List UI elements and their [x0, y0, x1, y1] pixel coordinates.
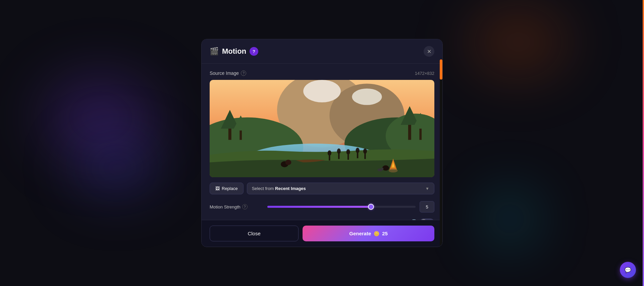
replace-icon: 🖼	[215, 186, 220, 191]
source-image-container	[210, 80, 434, 177]
svg-point-17	[328, 150, 331, 156]
motion-strength-slider-thumb[interactable]	[368, 204, 374, 210]
modal-body[interactable]: Source Image ? 1472×832	[202, 64, 442, 220]
source-image-label: Source Image ?	[210, 70, 246, 76]
dropdown-arrow-icon: ▼	[425, 186, 429, 191]
motion-strength-slider-container[interactable]	[267, 206, 416, 208]
svg-point-4	[352, 89, 382, 105]
svg-point-25	[363, 148, 367, 154]
svg-point-19	[337, 148, 341, 154]
modal-header: 🎬 Motion ? ✕	[202, 39, 442, 64]
help-badge[interactable]: ?	[250, 47, 258, 56]
svg-point-34	[381, 168, 383, 170]
private-mode-toggle-thumb	[420, 219, 427, 220]
svg-point-32	[382, 165, 389, 171]
motion-modal: 🎬 Motion ? ✕ Source Image ? 1472×832	[201, 39, 443, 247]
scrollbar-thumb[interactable]	[440, 59, 442, 80]
image-dimensions: 1472×832	[415, 71, 434, 76]
svg-rect-22	[347, 154, 349, 160]
dropdown-label: Select from Recent Images	[252, 186, 306, 191]
modal-title: Motion	[222, 47, 246, 56]
motion-strength-help-icon[interactable]: ?	[242, 204, 248, 209]
film-icon: 🎬	[210, 47, 219, 56]
private-mode-toggle[interactable]	[420, 219, 434, 220]
svg-point-3	[303, 80, 341, 102]
motion-strength-value[interactable]: 5	[420, 201, 434, 212]
replace-bar: 🖼 Replace Select from Recent Images ▼	[210, 183, 434, 194]
motion-strength-slider-track[interactable]	[267, 206, 416, 208]
source-image-help-icon[interactable]: ?	[241, 70, 246, 76]
svg-rect-26	[364, 153, 366, 159]
svg-point-23	[356, 148, 359, 153]
generate-button[interactable]: Generate 🪙 25	[303, 226, 434, 241]
motion-strength-row: Motion Strength ? 5	[210, 201, 434, 212]
motion-strength-slider-fill	[267, 206, 371, 208]
source-image-svg	[210, 80, 434, 177]
scrollbar-track[interactable]	[440, 59, 442, 247]
source-image-section-header: Source Image ? 1472×832	[210, 70, 434, 76]
close-button[interactable]: ✕	[424, 46, 434, 57]
svg-point-35	[389, 169, 398, 173]
replace-button[interactable]: 🖼 Replace	[210, 183, 244, 194]
motion-strength-label: Motion Strength ?	[210, 204, 263, 209]
svg-rect-24	[357, 153, 358, 158]
svg-rect-18	[329, 155, 330, 160]
svg-point-21	[346, 149, 350, 155]
svg-point-28	[285, 160, 291, 165]
coin-icon: 🪙	[374, 231, 379, 236]
modal-footer: Close Generate 🪙 25	[202, 220, 442, 247]
modal-overlay: 🎬 Motion ? ✕ Source Image ? 1472×832	[0, 0, 644, 286]
close-footer-button[interactable]: Close	[210, 226, 299, 241]
svg-rect-20	[338, 153, 339, 159]
recent-images-dropdown[interactable]: Select from Recent Images ▼	[247, 183, 434, 194]
